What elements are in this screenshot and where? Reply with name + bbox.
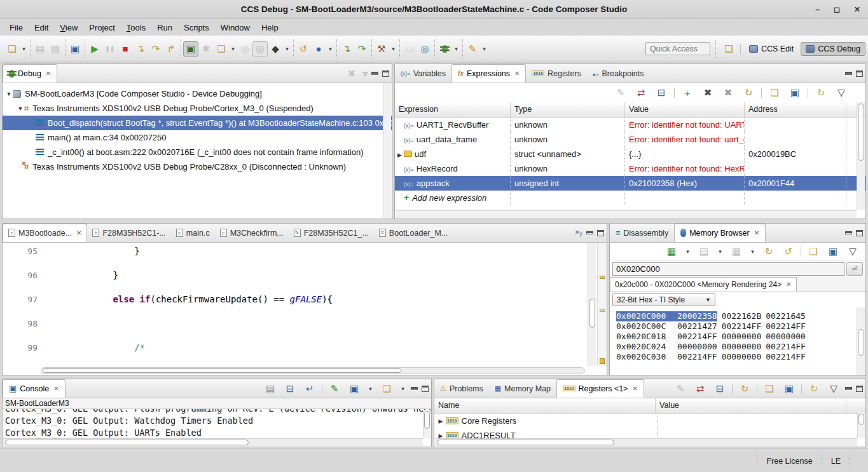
debug-stack-item[interactable]: _c_int00() at boot.asm:222 0x0020716E (_…: [3, 145, 392, 159]
tab-console[interactable]: ▣ Console ✕: [3, 379, 65, 398]
debug-stack-item[interactable]: Boot_dispatch(struct BootTag *, struct E…: [3, 116, 392, 130]
go-to-address-button[interactable]: ⏎: [846, 262, 863, 276]
refresh-all-icon[interactable]: ↻: [813, 85, 829, 100]
overview-occurrence-marker[interactable]: [600, 276, 605, 279]
assembly-step-into-icon[interactable]: ↴: [339, 41, 354, 57]
restart-program-icon[interactable]: ❏: [214, 41, 229, 57]
terminate-and-restart-icon[interactable]: ◎: [237, 41, 252, 57]
tab-registers-1-[interactable]: 1010Registers <1>✕: [556, 379, 644, 398]
maximize-view-icon[interactable]: [856, 386, 863, 392]
flash-icon[interactable]: ◆: [268, 41, 283, 57]
editor-tab-f28m35h52c1-[interactable]: hF28M35H52C1-...: [87, 224, 170, 242]
tab-overflow-chevron[interactable]: »2: [575, 227, 582, 238]
tab-problems[interactable]: ⚠Problems: [434, 379, 489, 398]
quick-access-input[interactable]: [645, 42, 710, 55]
tree-expander-icon[interactable]: ▼: [17, 105, 24, 112]
debug-stack-item[interactable]: ▼SM-BootLoaderM3 [Code Composer Studio -…: [3, 86, 392, 101]
memory-address-input[interactable]: [612, 262, 844, 276]
tree-expander-icon[interactable]: ▶: [437, 433, 444, 439]
refresh-all-icon[interactable]: ↻: [806, 381, 822, 396]
scroll-lock-icon[interactable]: ⊟: [282, 381, 298, 396]
collapse-all-icon[interactable]: ⊟: [654, 85, 669, 100]
pin-console-icon[interactable]: ✎: [327, 381, 342, 396]
editor-vscrollbar[interactable]: [588, 243, 596, 366]
open-perspective-button[interactable]: ❏: [721, 41, 736, 57]
editor-tab-bootloader-m-[interactable]: ≡BootLoader_M...: [374, 224, 453, 242]
save-all-icon[interactable]: ▧: [48, 41, 63, 57]
new-file-icon[interactable]: ❏: [4, 41, 20, 57]
memory-row[interactable]: 0x0020C030002214FF00000000002214FF: [616, 352, 865, 362]
perspective-ccs-debug[interactable]: CCS Debug: [801, 42, 865, 56]
memory-value[interactable]: 00000000: [722, 342, 762, 352]
column-header-value[interactable]: Value: [656, 398, 846, 413]
show-console-view-icon[interactable]: ▣: [67, 41, 83, 57]
step-over-icon[interactable]: ↷: [148, 41, 163, 57]
code-editor[interactable]: 95 }96 }97 else if(checkFirmwareUpdate()…: [3, 243, 588, 366]
memory-row[interactable]: 0x0020C00C00221427002214FF002214FF: [616, 321, 865, 332]
build-dropdown-icon[interactable]: ▾: [389, 41, 397, 57]
add-expression-icon[interactable]: +: [680, 85, 695, 100]
tree-expander-icon[interactable]: ▼: [5, 91, 13, 97]
menu-help[interactable]: Help: [256, 21, 284, 34]
view-menu-icon[interactable]: ▽: [826, 381, 841, 396]
restart-dropdown-icon[interactable]: ▾: [229, 41, 237, 57]
step-into-icon[interactable]: ↴: [133, 41, 148, 57]
memory-value[interactable]: 00000000: [722, 352, 762, 362]
code-line[interactable]: 98: [3, 318, 588, 330]
save-memory-icon[interactable]: ▤: [696, 244, 712, 259]
show-logical-structure-icon[interactable]: ⇄: [633, 85, 649, 100]
close-icon[interactable]: ✕: [46, 70, 51, 77]
scrollbar-thumb[interactable]: [589, 299, 595, 328]
close-icon[interactable]: ✕: [632, 385, 637, 392]
word-wrap-icon[interactable]: ↵: [302, 381, 317, 396]
maximize-view-icon[interactable]: [597, 230, 604, 236]
editor-tab-m3bootloade-[interactable]: cM3Bootloade...✕: [3, 224, 87, 242]
scrollbar-thumb[interactable]: [858, 104, 864, 161]
debug-stack-item[interactable]: ⌗Texas Instruments XDS100v2 USB Debug Pr…: [3, 159, 392, 174]
new-tab-icon[interactable]: ❏: [806, 244, 821, 259]
terminate-icon[interactable]: ■: [118, 41, 133, 57]
remove-all-expressions-icon[interactable]: ✖: [720, 85, 736, 100]
scrollbar-thumb[interactable]: [858, 414, 864, 425]
connect-target-icon[interactable]: ✱: [198, 41, 214, 57]
save-memory-dropdown-icon[interactable]: ▾: [716, 244, 724, 259]
terminate-and-disconnect-icon[interactable]: ◎: [252, 41, 268, 57]
tab-registers[interactable]: 1010Registers: [526, 64, 586, 83]
maximize-view-icon[interactable]: [856, 230, 863, 236]
code-line[interactable]: 99 /*: [3, 342, 588, 354]
clear-console-icon[interactable]: ▤: [263, 381, 278, 396]
view-menu-icon[interactable]: ▽: [363, 71, 368, 77]
memory-value[interactable]: 20002358: [677, 311, 717, 321]
overview-summary-marker[interactable]: [600, 358, 605, 364]
fill-memory-icon[interactable]: ▦: [729, 244, 744, 259]
pin-icon[interactable]: ▣: [825, 244, 841, 259]
memory-value[interactable]: 00221427: [677, 321, 717, 332]
perspective-ccs-edit[interactable]: CCS Edit: [745, 43, 798, 55]
refresh-icon[interactable]: ↻: [761, 244, 776, 259]
menu-file[interactable]: File: [4, 21, 29, 34]
show-type-names-icon[interactable]: ✎: [673, 381, 688, 396]
memory-value[interactable]: 00000000: [722, 332, 762, 342]
show-type-names-icon[interactable]: ✎: [613, 85, 628, 100]
memory-value[interactable]: 002214FF: [677, 352, 717, 362]
memory-value[interactable]: 00000000: [766, 332, 806, 342]
memory-scrollbar[interactable]: [857, 307, 865, 375]
minimize-view-icon[interactable]: [845, 387, 852, 390]
memory-value[interactable]: 002214FF: [722, 321, 762, 332]
memory-row[interactable]: 0x0020C0240000000000000000002214FF: [616, 342, 865, 352]
expressions-scrollbar[interactable]: [857, 102, 865, 210]
expression-row[interactable]: (x)=appstackunsigned int0x21002358 (Hex)…: [395, 176, 865, 191]
display-console-dropdown-icon[interactable]: ▾: [366, 381, 375, 396]
resume-icon[interactable]: ▶: [87, 41, 102, 57]
highlight-icon[interactable]: ✎: [465, 41, 480, 57]
memory-format-select[interactable]: 32-Bit Hex - TI Style ▼: [612, 293, 715, 306]
close-icon[interactable]: ✕: [754, 229, 759, 236]
reset-cpu-icon[interactable]: ●: [311, 41, 326, 57]
new-file-dropdown-icon[interactable]: ▾: [20, 41, 28, 57]
column-header-address[interactable]: Address: [745, 102, 846, 117]
maximize-view-icon[interactable]: [422, 386, 429, 392]
step-return-icon[interactable]: ↱: [163, 41, 179, 57]
highlight-dropdown-icon[interactable]: ▾: [480, 41, 488, 57]
editor-hscrollbar[interactable]: [41, 367, 585, 374]
scrollbar-thumb[interactable]: [43, 368, 401, 373]
